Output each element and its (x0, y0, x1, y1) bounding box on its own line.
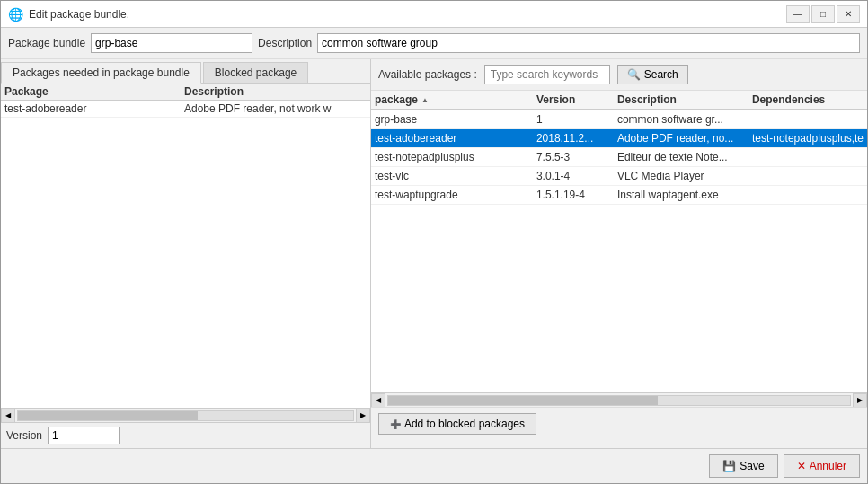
description-label: Description (258, 37, 312, 49)
col-version-header[interactable]: Version (536, 93, 617, 106)
left-table-body: test-adobereader Adobe PDF reader, not w… (1, 101, 370, 408)
right-cell-description: Editeur de texte Note... (617, 151, 752, 163)
divider-dots: · · · · · · · · · · · (371, 440, 867, 448)
right-scroll-right-arrow[interactable]: ▶ (853, 393, 867, 408)
col-package-header[interactable]: package ▲ (375, 93, 536, 106)
save-button[interactable]: 💾 Save (709, 454, 777, 478)
table-row[interactable]: test-adobereader Adobe PDF reader, not w… (1, 101, 370, 118)
right-cell-description: Adobe PDF reader, no... (617, 132, 752, 145)
right-cell-dependencies: test-notepadplusplus,te (752, 132, 864, 145)
col-dependencies-header[interactable]: Dependencies (752, 93, 864, 106)
main-window: 🌐 Edit package bundle. — □ ✕ Package bun… (0, 0, 868, 484)
available-packages-label: Available packages : (378, 68, 477, 81)
right-cell-package: test-adobereader (375, 132, 536, 145)
window-title: Edit package bundle. (29, 8, 129, 21)
toolbar-row: Package bundle Description (1, 28, 867, 59)
right-cell-version: 1 (536, 113, 617, 126)
add-icon: ➕ (390, 419, 401, 429)
add-button-row: ➕ Add to blocked packages (371, 407, 867, 440)
left-col-package-header: Package (4, 85, 184, 98)
table-row[interactable]: test-vlc 3.0.1-4 VLC Media Player (371, 167, 867, 186)
table-row[interactable]: test-notepadplusplus 7.5.5-3 Editeur de … (371, 148, 867, 167)
scroll-left-arrow[interactable]: ◀ (1, 409, 15, 423)
add-to-blocked-button[interactable]: ➕ Add to blocked packages (378, 413, 536, 435)
left-col-description-header: Description (184, 85, 367, 98)
close-button[interactable]: ✕ (837, 5, 860, 23)
sort-arrow-icon: ▲ (421, 96, 429, 104)
search-input[interactable] (484, 65, 610, 84)
description-input[interactable] (317, 33, 860, 53)
tabs: Packages needed in package bundle Blocke… (1, 59, 370, 84)
right-cell-dependencies (752, 151, 864, 163)
version-label: Version (6, 429, 42, 442)
right-panel: Available packages : 🔍 Search package ▲ … (371, 59, 867, 448)
right-header: Available packages : 🔍 Search (371, 59, 867, 91)
right-cell-package: grp-base (375, 113, 536, 126)
right-cell-description: VLC Media Player (617, 170, 752, 182)
version-row: Version (1, 422, 370, 448)
tab-blocked-package[interactable]: Blocked package (203, 62, 308, 83)
cancel-button[interactable]: ✕ Annuler (784, 454, 860, 478)
package-bundle-label: Package bundle (8, 37, 85, 49)
table-row[interactable]: grp-base 1 common software gr... (371, 110, 867, 129)
scrollbar-thumb[interactable] (18, 411, 198, 420)
app-icon: 🌐 (8, 7, 23, 22)
tab-packages-needed[interactable]: Packages needed in package bundle (1, 62, 201, 84)
content-area: Packages needed in package bundle Blocke… (1, 59, 867, 448)
left-cell-description: Adobe PDF reader, not work w (184, 102, 367, 115)
right-table-header: package ▲ Version Description Dependenci… (371, 91, 867, 110)
right-cell-description: Install waptagent.exe (617, 189, 752, 201)
package-bundle-input[interactable] (91, 33, 252, 53)
titlebar-left: 🌐 Edit package bundle. (8, 7, 129, 22)
right-cell-dependencies (752, 189, 864, 201)
left-cell-package: test-adobereader (4, 102, 184, 115)
right-table-body: grp-base 1 common software gr... test-ad… (371, 110, 867, 392)
right-scroll-left-arrow[interactable]: ◀ (371, 393, 385, 408)
titlebar: 🌐 Edit package bundle. — □ ✕ (1, 1, 867, 28)
col-description-header[interactable]: Description (617, 93, 752, 106)
right-cell-dependencies (752, 170, 864, 182)
version-input[interactable] (48, 427, 120, 444)
right-cell-package: test-vlc (375, 170, 536, 182)
titlebar-buttons: — □ ✕ (786, 5, 860, 23)
table-row[interactable]: test-adobereader 2018.11.2... Adobe PDF … (371, 129, 867, 148)
search-button[interactable]: 🔍 Search (617, 65, 688, 84)
right-scrollbar: ◀ ▶ (371, 392, 867, 407)
right-cell-package: test-notepadplusplus (375, 151, 536, 163)
cancel-icon: ✕ (797, 460, 806, 472)
save-icon: 💾 (722, 460, 736, 472)
right-scrollbar-thumb[interactable] (388, 396, 658, 405)
scrollbar-track[interactable] (17, 410, 354, 421)
search-icon: 🔍 (627, 68, 641, 81)
right-cell-version: 2018.11.2... (536, 132, 617, 145)
right-table: package ▲ Version Description Dependenci… (371, 91, 867, 392)
right-cell-version: 7.5.5-3 (536, 151, 617, 163)
scroll-right-arrow[interactable]: ▶ (356, 409, 370, 423)
right-cell-dependencies (752, 113, 864, 126)
right-cell-description: common software gr... (617, 113, 752, 126)
left-panel: Packages needed in package bundle Blocke… (1, 59, 371, 448)
right-cell-package: test-waptupgrade (375, 189, 536, 201)
left-table-header: Package Description (1, 84, 370, 101)
table-row[interactable]: test-waptupgrade 1.5.1.19-4 Install wapt… (371, 186, 867, 205)
bottom-bar: 💾 Save ✕ Annuler (1, 448, 867, 483)
right-scrollbar-track[interactable] (387, 395, 851, 406)
minimize-button[interactable]: — (786, 5, 810, 23)
right-cell-version: 3.0.1-4 (536, 170, 617, 182)
left-table: Package Description test-adobereader Ado… (1, 84, 370, 408)
right-cell-version: 1.5.1.19-4 (536, 189, 617, 201)
maximize-button[interactable]: □ (811, 5, 835, 23)
left-scrollbar: ◀ ▶ (1, 408, 370, 422)
